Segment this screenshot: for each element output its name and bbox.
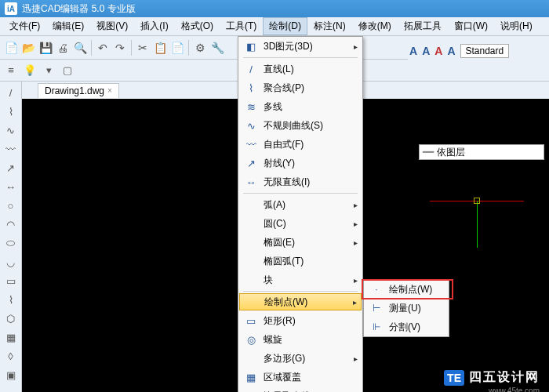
- text-a-icon[interactable]: A: [422, 45, 430, 57]
- menu-item-label: 射线(Y): [264, 157, 358, 170]
- menu-item[interactable]: ∿不规则曲线(S): [238, 116, 362, 135]
- rect-tool-icon[interactable]: ▭: [3, 273, 19, 289]
- tool-icon[interactable]: ⚙: [192, 40, 208, 56]
- paste-icon[interactable]: 📄: [169, 40, 185, 56]
- menu-item[interactable]: ↔无限直线(I): [238, 172, 362, 191]
- menu-item[interactable]: 椭圆弧(T): [238, 252, 362, 270]
- submenu-item[interactable]: ·绘制点(W): [364, 280, 449, 299]
- spline-tool-icon[interactable]: ∿: [3, 122, 19, 138]
- submenu-item[interactable]: ⊩分割(V): [364, 318, 449, 336]
- copy-icon[interactable]: 📋: [152, 40, 168, 56]
- submenu-item[interactable]: ⊢测量(U): [364, 299, 449, 318]
- ray-tool-icon[interactable]: ↗: [3, 160, 19, 176]
- circle-tool-icon[interactable]: ○: [3, 198, 19, 213]
- menu-item-icon: ⌇: [243, 80, 259, 96]
- menu-item[interactable]: ≋多线: [238, 97, 362, 116]
- menu-item-icon: ◧: [243, 38, 259, 54]
- line-tool-icon[interactable]: /: [3, 85, 19, 100]
- menu-item[interactable]: ⌇聚合线(P): [238, 78, 362, 97]
- menu-modify[interactable]: 修改(M): [352, 17, 398, 35]
- document-tab[interactable]: Drawing1.dwg ×: [38, 83, 119, 98]
- boundary-tool-icon[interactable]: ◊: [3, 348, 19, 364]
- menu-item[interactable]: 块▸: [238, 270, 362, 289]
- menu-window[interactable]: 窗口(W): [448, 17, 494, 35]
- menu-item[interactable]: 绘制点(W)▸: [239, 293, 362, 310]
- polyline-tool-icon[interactable]: ⌇: [3, 103, 19, 119]
- print-icon[interactable]: 🖨: [55, 40, 71, 56]
- preview-icon[interactable]: 🔍: [72, 40, 88, 56]
- xline-tool-icon[interactable]: ↔: [3, 179, 19, 194]
- box-icon[interactable]: ▢: [60, 63, 75, 78]
- menu-item[interactable]: ◧3D图元(3D)▸: [238, 37, 362, 56]
- menu-item[interactable]: ⬡边界聚合线(O): [238, 387, 362, 392]
- menu-item-icon: [243, 197, 259, 212]
- menu-item[interactable]: 椭圆(E)▸: [238, 233, 362, 252]
- menu-item-icon: [243, 234, 259, 250]
- menu-item[interactable]: ▦区域覆盖: [238, 368, 362, 387]
- menu-item-label: 无限直线(I): [264, 176, 358, 189]
- menu-item[interactable]: 〰自由式(F): [238, 135, 362, 154]
- menu-item[interactable]: 弧(A)▸: [238, 195, 362, 214]
- menu-item-label: 矩形(R): [264, 314, 358, 328]
- cut-icon[interactable]: ✂: [135, 40, 151, 56]
- menu-item-label: 自由式(F): [264, 138, 358, 151]
- open-icon[interactable]: 📂: [20, 40, 36, 56]
- text-a-icon[interactable]: A: [434, 45, 442, 57]
- menu-extensions[interactable]: 拓展工具: [398, 17, 448, 35]
- menu-dimension[interactable]: 标注(N): [307, 17, 352, 35]
- new-icon[interactable]: 📄: [3, 40, 19, 56]
- draw-point-submenu[interactable]: ·绘制点(W)⊢测量(U)⊩分割(V): [363, 279, 449, 337]
- app-logo-icon: iA: [5, 2, 17, 15]
- menu-draw[interactable]: 绘制(D): [263, 17, 307, 35]
- menu-item-icon: /: [243, 61, 259, 77]
- ellipse-tool-icon[interactable]: ⬭: [3, 235, 19, 251]
- undo-icon[interactable]: ↶: [95, 40, 111, 56]
- menu-item-label: 多线: [264, 100, 358, 114]
- bulb-icon[interactable]: 💡: [22, 63, 38, 78]
- draw-menu-dropdown[interactable]: ◧3D图元(3D)▸/直线(L)⌇聚合线(P)≋多线∿不规则曲线(S)〰自由式(…: [238, 36, 363, 392]
- menu-item[interactable]: 多边形(G)▸: [238, 349, 362, 368]
- region-tool-icon[interactable]: ▣: [3, 367, 19, 383]
- submenu-arrow-icon: ▸: [354, 354, 358, 363]
- menu-help[interactable]: 说明(H): [494, 17, 539, 35]
- save-icon[interactable]: 💾: [38, 40, 53, 56]
- text-a-icon[interactable]: A: [409, 45, 417, 57]
- spring-tool-icon[interactable]: ⌇: [3, 292, 19, 307]
- menu-item[interactable]: ▭矩形(R): [238, 311, 362, 330]
- tab-label: Drawing1.dwg: [45, 85, 104, 96]
- polygon-tool-icon[interactable]: ⬡: [3, 310, 19, 326]
- freehand-tool-icon[interactable]: 〰: [3, 141, 19, 157]
- redo-icon[interactable]: ↷: [112, 40, 128, 56]
- menu-tools[interactable]: 工具(T): [220, 17, 263, 35]
- menu-insert[interactable]: 插入(I): [134, 17, 174, 35]
- menu-item[interactable]: /直线(L): [238, 60, 362, 78]
- menu-item[interactable]: 圆(C)▸: [238, 214, 362, 233]
- menu-item-label: 块: [264, 274, 354, 287]
- ellipse-arc-tool-icon[interactable]: ◡: [3, 254, 19, 270]
- menu-bar[interactable]: 文件(F) 编辑(E) 视图(V) 插入(I) 格式(O) 工具(T) 绘制(D…: [0, 17, 549, 36]
- side-toolbar: / ⌇ ∿ 〰 ↗ ↔ ○ ◠ ⬭ ◡ ▭ ⌇ ⬡ ▦ ◊ ▣: [0, 82, 22, 392]
- style-select[interactable]: Standard: [460, 44, 510, 58]
- menu-item[interactable]: ↗射线(Y): [238, 154, 362, 172]
- layer-icon[interactable]: ≡: [3, 63, 19, 78]
- menu-file[interactable]: 文件(F): [3, 17, 46, 35]
- menu-item-icon: ↗: [243, 155, 259, 171]
- dropdown-icon[interactable]: ▾: [41, 63, 56, 78]
- separator: [131, 40, 132, 56]
- menu-edit[interactable]: 编辑(E): [46, 17, 90, 35]
- menu-view[interactable]: 视图(V): [90, 17, 134, 35]
- text-style-panel: A A A A Standard: [408, 42, 549, 60]
- text-a-icon[interactable]: A: [447, 45, 455, 57]
- close-icon[interactable]: ×: [107, 86, 112, 95]
- app-title: 迅捷CAD编辑器 5.0 专业版: [22, 2, 136, 16]
- hatch-tool-icon[interactable]: ▦: [3, 329, 19, 345]
- menu-item-label: 边界聚合线(O): [264, 390, 358, 393]
- layer-select[interactable]: ━━ 依图层: [419, 144, 544, 160]
- watermark-badge: TE: [444, 370, 464, 386]
- menu-item-icon: [243, 253, 259, 269]
- menu-format[interactable]: 格式(O): [175, 17, 220, 35]
- watermark-text: 四五设计网: [469, 369, 540, 386]
- arc-tool-icon[interactable]: ◠: [3, 216, 19, 232]
- menu-item[interactable]: ◎螺旋: [238, 330, 362, 349]
- tool-icon[interactable]: 🔧: [209, 40, 225, 56]
